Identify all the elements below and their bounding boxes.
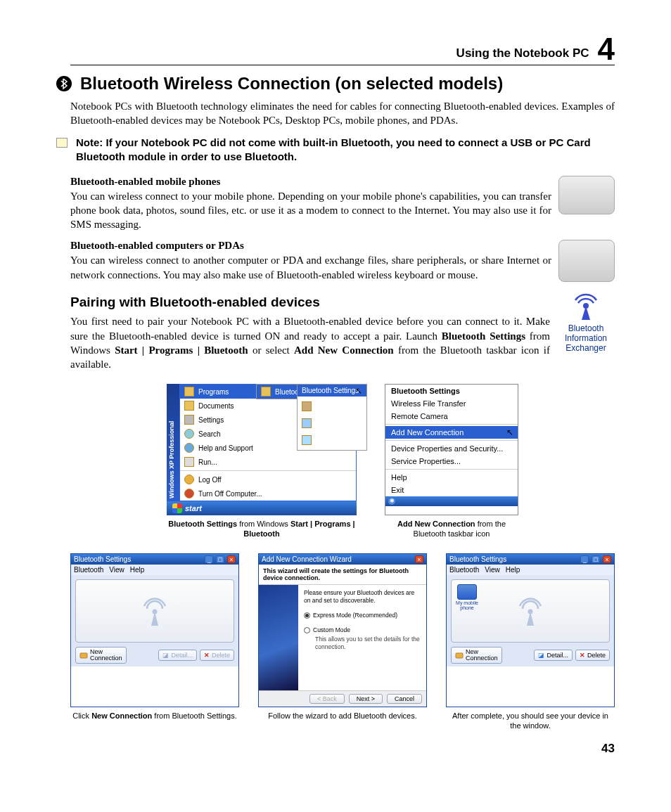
note-block: Note: If your Notebook PC did not come w… xyxy=(70,136,615,165)
cancel-button[interactable]: Cancel xyxy=(387,694,422,704)
caption-win3: After complete, you should see your devi… xyxy=(446,711,615,731)
menu-help[interactable]: Help xyxy=(506,566,520,574)
note-icon xyxy=(56,138,68,148)
window-title: Bluetooth Settings xyxy=(74,555,131,563)
caption-win2: Follow the wizard to add Bluetooth devic… xyxy=(258,711,427,731)
svg-rect-2 xyxy=(80,653,87,658)
start-menu-sidebar: Windows XP Professional xyxy=(167,384,179,501)
device-canvas xyxy=(75,579,234,643)
minimize-button[interactable]: _ xyxy=(205,555,213,563)
bluetooth-icon xyxy=(56,76,72,91)
pairing-head: Pairing with Bluetooth-enabled devices xyxy=(70,295,550,310)
cm-exit[interactable]: Exit xyxy=(385,484,518,496)
device-icon[interactable]: My mobile phone xyxy=(456,584,478,610)
sm-bt-settings[interactable]: Bluetooth Settings↖ xyxy=(298,385,366,397)
titlebar: Bluetooth Settings _ □ × xyxy=(71,554,238,565)
menu-help[interactable]: Help xyxy=(130,566,145,574)
caption-contextmenu: Add New Connection from the Bluetooth ta… xyxy=(385,520,518,539)
bt-settings-window-empty: Bluetooth Settings _ □ × Bluetooth View … xyxy=(70,553,239,707)
wizard-note: Please ensure your Bluetooth devices are… xyxy=(304,589,421,605)
chapter-number: 4 xyxy=(598,35,615,63)
subhead-pda: Bluetooth-enabled computers or PDAs xyxy=(70,240,551,252)
context-menu-screenshot: Bluetooth Settings Wireless File Transfe… xyxy=(385,384,518,515)
titlebar: Bluetooth Settings _ □ × xyxy=(447,554,614,565)
cm-add-new-connection[interactable]: Add New Connection↖ xyxy=(385,426,518,439)
radio-custom[interactable]: Custom Mode xyxy=(304,626,421,634)
help-icon xyxy=(184,443,194,453)
wizard-title: Add New Connection Wizard xyxy=(262,555,352,563)
bt-exch-l1: Bluetooth xyxy=(557,324,615,334)
sm-sub-bt-items: Bluetooth Settings↖ Remote Camera User's… xyxy=(297,384,367,451)
add-connection-wizard: Add New Connection Wizard × This wizard … xyxy=(258,553,427,707)
transfer-icon xyxy=(302,435,312,445)
subhead-mobile: Bluetooth-enabled mobile phones xyxy=(70,176,551,188)
folder-icon xyxy=(184,387,194,397)
start-menu-screenshot: Windows XP Professional Programs Bluetoo… xyxy=(167,384,357,515)
folder-icon xyxy=(184,401,194,411)
start-button[interactable]: start xyxy=(167,501,357,515)
delete-button[interactable]: ✕ Delete xyxy=(575,650,610,661)
caption-startmenu: Bluetooth Settings from Windows Start | … xyxy=(167,520,357,539)
radio-express[interactable]: Express Mode (Recommended) xyxy=(304,612,421,619)
folder-icon xyxy=(261,387,271,397)
sm-run[interactable]: Run... xyxy=(180,455,356,469)
book-icon xyxy=(302,418,312,428)
sm-remote-camera[interactable]: Remote Camera xyxy=(298,397,366,416)
cm-device-props[interactable]: Device Properties and Security... xyxy=(385,442,518,455)
maximize-button[interactable]: □ xyxy=(216,555,224,563)
new-connection-button[interactable]: New Connection xyxy=(451,647,502,664)
maximize-button[interactable]: □ xyxy=(592,555,600,563)
minimize-button[interactable]: _ xyxy=(580,555,589,563)
sm-bluetooth[interactable]: Bluetooth xyxy=(257,385,298,399)
bt-exch-l2: Information xyxy=(557,334,615,344)
next-button[interactable]: Next > xyxy=(349,694,383,704)
menu-bluetooth[interactable]: Bluetooth xyxy=(449,566,479,574)
menu-view[interactable]: View xyxy=(485,566,500,574)
close-button[interactable]: × xyxy=(603,555,611,563)
antenna-icon xyxy=(517,593,544,629)
cm-bt-settings[interactable]: Bluetooth Settings xyxy=(385,385,518,397)
sm-users-guide[interactable]: User's Guide xyxy=(298,416,366,430)
radio-icon xyxy=(304,627,310,633)
pda-body: You can wireless connect to another comp… xyxy=(70,253,551,282)
logoff-icon xyxy=(184,475,194,484)
window-title: Bluetooth Settings xyxy=(449,555,506,563)
section-title: Bluetooth Wireless Connection (on select… xyxy=(73,74,615,94)
search-icon xyxy=(184,429,194,439)
sm-wft[interactable]: Wireless File Transfer xyxy=(298,430,366,450)
sm-turnoff[interactable]: Turn Off Computer... xyxy=(180,486,356,501)
pda-image xyxy=(558,240,615,282)
sm-programs[interactable]: Programs Bluetooth Bluetooth Settings↖ R… xyxy=(180,385,356,399)
wizard-head: This wizard will create the settings for… xyxy=(259,565,426,585)
menubar: Bluetooth View Help xyxy=(447,565,614,575)
titlebar: Add New Connection Wizard × xyxy=(259,554,426,565)
antenna-icon xyxy=(141,593,168,629)
sm-logoff[interactable]: Log Off xyxy=(180,472,356,486)
antenna-icon xyxy=(570,290,602,323)
mobile-body: You can wireless connect to your mobile … xyxy=(70,189,551,232)
radio-icon xyxy=(304,612,310,619)
sm-sub-bluetooth: Bluetooth xyxy=(256,384,298,399)
note-text: Note: If your Notebook PC did not come w… xyxy=(76,136,615,165)
close-button[interactable]: × xyxy=(227,555,236,563)
cursor-icon: ↖ xyxy=(355,386,362,396)
camera-icon xyxy=(302,401,312,411)
cm-service-props[interactable]: Service Properties... xyxy=(385,455,518,468)
mobile-phone-image xyxy=(558,176,615,214)
menu-bluetooth[interactable]: Bluetooth xyxy=(74,566,103,574)
detail-button[interactable]: ◪ Detail... xyxy=(534,650,573,661)
section-title-text: Bluetooth Wireless Connection (on select… xyxy=(80,74,503,94)
bt-exch-l3: Exchanger xyxy=(557,344,615,354)
new-connection-icon xyxy=(455,651,464,659)
bt-exchanger-block: Bluetooth Information Exchanger xyxy=(557,290,615,353)
wizard-graphic xyxy=(259,585,298,690)
close-button[interactable]: × xyxy=(415,555,423,563)
cm-remote-camera[interactable]: Remote Camera xyxy=(385,410,518,423)
intro-paragraph: Notebook PCs with Bluetooth technology e… xyxy=(70,99,615,128)
cm-help[interactable]: Help xyxy=(385,471,518,484)
new-connection-button[interactable]: New Connection xyxy=(75,647,127,664)
cm-wft[interactable]: Wireless File Transfer xyxy=(385,397,518,410)
bluetooth-tray-icon[interactable]: ✱ xyxy=(388,498,395,505)
caption-win1: Click New Connection from Bluetooth Sett… xyxy=(70,711,239,731)
menu-view[interactable]: View xyxy=(109,566,124,574)
